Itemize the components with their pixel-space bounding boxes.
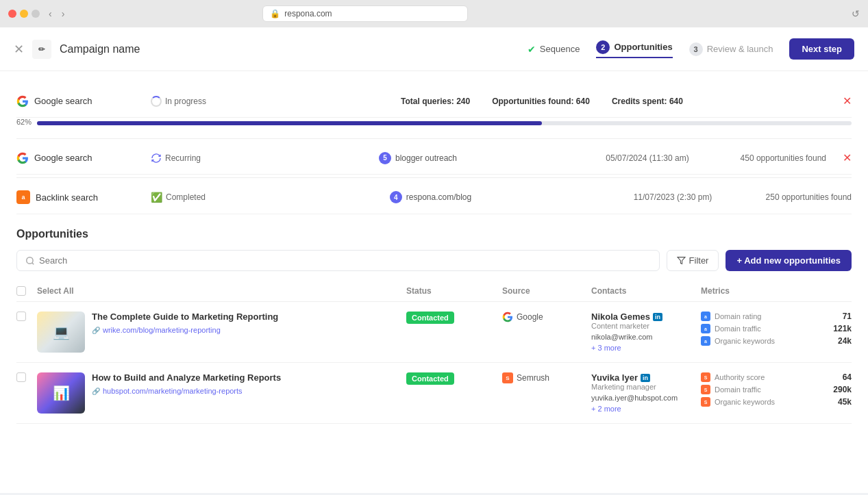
linkedin-badge-2: in	[641, 374, 650, 382]
metric-icon-2-3: S	[701, 397, 710, 407]
forward-button[interactable]: ›	[58, 7, 69, 21]
step-check-icon: ✔	[528, 44, 536, 55]
svg-marker-2	[678, 257, 685, 264]
remove-source-1-button[interactable]: ✕	[843, 94, 852, 107]
opp-1-source: Google	[502, 312, 591, 322]
browser-nav: ‹ ›	[45, 7, 68, 21]
opp-2-more-link[interactable]: + 2 more	[591, 405, 701, 413]
opp-2-title[interactable]: How to Build and Analyze Marketing Repor…	[92, 372, 406, 383]
opp-count-3: 250 opportunities found	[742, 192, 852, 202]
opp-1-url[interactable]: 🔗 wrike.com/blog/marketing-reporting	[92, 326, 406, 334]
search-input[interactable]	[39, 255, 651, 266]
opp-2-checkbox[interactable]	[16, 372, 26, 382]
opp-2-checkbox-wrapper[interactable]	[16, 372, 37, 382]
select-all-label: Select All	[37, 286, 74, 296]
metric-value-1-1: 71	[843, 312, 852, 321]
opp-2-thumbnail: 📊	[37, 372, 85, 414]
step-review-label: Review & launch	[707, 44, 773, 54]
campaign-name-input[interactable]	[60, 43, 519, 55]
top-bar: ✕ ✏ ✔ Sequence 2 Opportunities 3 Review …	[0, 27, 868, 71]
opp-2-status-badge: Contacted	[406, 372, 454, 385]
address-bar: 🔒 respona.com	[262, 5, 468, 22]
spinner-icon	[151, 96, 162, 107]
opportunities-title: Opportunities	[16, 228, 852, 240]
source-info-2: Google search	[16, 152, 140, 164]
opp-2-source: S Semrush	[502, 372, 591, 383]
opp-1-title[interactable]: The Complete Guide to Marketing Reportin…	[92, 312, 406, 322]
dot-grey	[32, 10, 40, 18]
opportunity-row-2: 📊 How to Build and Analyze Marketing Rep…	[16, 363, 852, 424]
credits-spent-value: 640	[669, 97, 683, 106]
opp-1-contact: Nikola Gemes in Content marketer nikola@…	[591, 312, 701, 352]
opp-1-metric-2: a Domain traffic 121k	[701, 324, 852, 333]
main-content: Google search In progress Total queries:…	[0, 71, 868, 437]
date-2: 05/07/2024 (11:30 am)	[589, 153, 706, 163]
keyword-group-3: 4 respona.com/blog	[258, 191, 604, 203]
completed-icon: ✅	[151, 192, 162, 203]
opp-1-contact-role: Content marketer	[591, 322, 701, 330]
total-queries-value: 240	[456, 97, 470, 106]
close-button[interactable]: ✕	[14, 42, 24, 57]
opp-1-status-badge: Contacted	[406, 312, 454, 324]
opp-1-metric-3: a Organic keywords 24k	[701, 336, 852, 346]
stats-1: Total queries: 240 Opportunities found: …	[258, 97, 826, 106]
opp-count-2: 450 opportunities found	[717, 153, 826, 163]
next-step-button[interactable]: Next step	[789, 38, 854, 60]
add-opportunities-button[interactable]: + Add new opportunities	[726, 250, 852, 271]
opp-2-text: How to Build and Analyze Marketing Repor…	[92, 372, 406, 395]
progress-bar-bg	[37, 121, 852, 125]
source-label-3: Backlink search	[36, 192, 98, 203]
source-info-3: a Backlink search	[16, 190, 140, 204]
source-row-3: a Backlink search ✅ Completed 4 respona.…	[16, 181, 852, 214]
opp-1-contact-email: nikola@wrike.com	[591, 333, 701, 341]
search-icon	[25, 256, 35, 266]
source-label-2: Google search	[34, 153, 92, 163]
status-label-3: Completed	[166, 192, 206, 202]
app-container: ✕ ✏ ✔ Sequence 2 Opportunities 3 Review …	[0, 27, 868, 493]
opp-found-stat: Opportunities found: 640	[492, 97, 590, 106]
edit-button[interactable]: ✏	[32, 40, 51, 59]
step-opportunities[interactable]: 2 Opportunities	[596, 40, 672, 58]
total-queries-label: Total queries:	[401, 97, 454, 106]
step-sequence[interactable]: ✔ Sequence	[528, 44, 580, 55]
metric-value-1-2: 121k	[833, 324, 852, 333]
search-box[interactable]	[16, 250, 660, 271]
filter-icon	[677, 256, 686, 265]
step-opportunities-label: Opportunities	[614, 42, 672, 52]
reload-button[interactable]: ↺	[852, 8, 860, 19]
select-all-checkbox-wrapper[interactable]	[16, 286, 37, 296]
opp-2-url[interactable]: 🔗 hubspot.com/marketing/marketing-report…	[92, 387, 406, 395]
step-review-num: 3	[689, 42, 703, 56]
back-button[interactable]: ‹	[45, 7, 55, 21]
step-review[interactable]: 3 Review & launch	[689, 42, 773, 56]
metric-label-2-2: Domain traffic	[715, 385, 829, 394]
opp-2-metric-2: S Domain traffic 290k	[701, 385, 852, 394]
metric-label-1-3: Organic keywords	[715, 337, 834, 345]
linkedin-badge-1: in	[653, 313, 662, 321]
opp-2-metric-1: S Authority score 64	[701, 372, 852, 382]
step-opportunities-num: 2	[596, 40, 610, 54]
opp-1-checkbox-wrapper[interactable]	[16, 312, 37, 321]
opp-1-text: The Complete Guide to Marketing Reportin…	[92, 312, 406, 334]
credits-spent-stat: Credits spent: 640	[612, 97, 683, 106]
opportunity-row-1: 💻 The Complete Guide to Marketing Report…	[16, 302, 852, 363]
opp-2-status: Contacted	[406, 372, 502, 385]
keyword-label-3: respona.com/blog	[406, 192, 471, 202]
keyword-count-3: 4	[390, 191, 402, 203]
select-all-checkbox[interactable]	[16, 286, 26, 296]
semrush-source-icon: S	[502, 372, 513, 383]
steps-nav: ✔ Sequence 2 Opportunities 3 Review & la…	[528, 38, 854, 60]
opp-1-checkbox[interactable]	[16, 312, 26, 321]
opp-2-contact-email: yuvika.iyer@hubspot.com	[591, 394, 701, 402]
opp-1-info: 💻 The Complete Guide to Marketing Report…	[37, 312, 406, 353]
dot-yellow	[20, 10, 28, 18]
status-recurring: Recurring	[151, 153, 247, 164]
filter-button[interactable]: Filter	[667, 250, 719, 271]
metric-icon-2-1: S	[701, 372, 710, 382]
status-label-2: Recurring	[165, 153, 201, 163]
remove-source-2-button[interactable]: ✕	[843, 151, 852, 164]
opp-1-more-link[interactable]: + 3 more	[591, 344, 701, 352]
opp-1-metric-1: a Domain rating 71	[701, 312, 852, 321]
opp-2-contact: Yuvika Iyer in Marketing manager yuvika.…	[591, 372, 701, 413]
metric-icon-1-1: a	[701, 312, 710, 321]
